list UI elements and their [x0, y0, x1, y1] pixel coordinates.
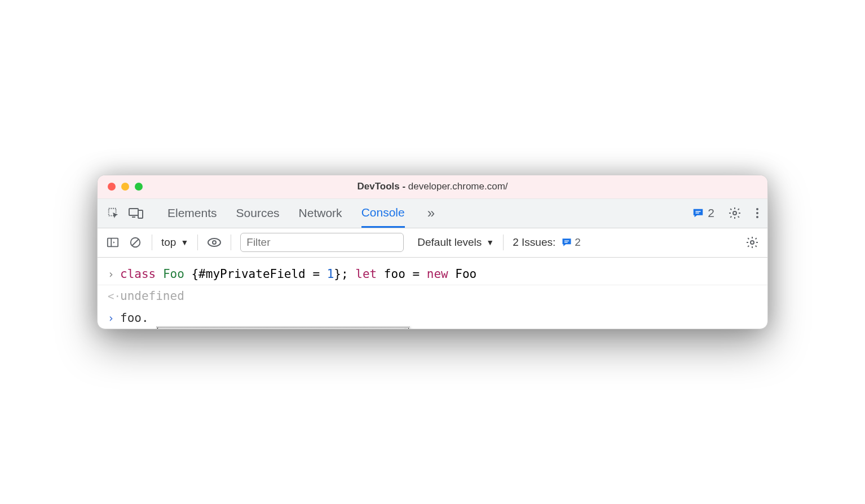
device-toggle-icon[interactable] — [128, 205, 144, 221]
tab-console[interactable]: Console — [361, 199, 405, 228]
svg-point-9 — [756, 216, 758, 218]
console-body: › class Foo {#myPrivateField = 1}; let f… — [98, 258, 767, 329]
svg-rect-16 — [564, 241, 569, 241]
output-marker-icon: <· — [108, 288, 120, 304]
separator — [503, 235, 504, 250]
context-label: top — [161, 236, 176, 249]
clear-console-icon[interactable] — [128, 235, 143, 250]
maximize-icon[interactable] — [135, 183, 143, 191]
messages-badge[interactable]: 2 — [692, 206, 714, 220]
svg-point-18 — [751, 241, 754, 244]
levels-selector[interactable]: Default levels ▼ — [417, 236, 494, 249]
svg-rect-5 — [696, 213, 699, 213]
issues-count: 2 — [575, 236, 581, 249]
input-marker-icon: › — [108, 266, 120, 282]
prompt-input[interactable]: foo. — [120, 310, 149, 326]
svg-rect-3 — [138, 210, 143, 218]
svg-line-13 — [133, 240, 139, 246]
close-icon[interactable] — [108, 183, 116, 191]
tab-network[interactable]: Network — [299, 199, 342, 228]
more-menu-icon[interactable] — [755, 206, 760, 220]
minimize-icon[interactable] — [121, 183, 129, 191]
svg-point-14 — [208, 238, 220, 246]
tab-sources[interactable]: Sources — [236, 199, 280, 228]
title-prefix: DevTools - — [357, 181, 408, 192]
more-tabs-icon[interactable]: » — [427, 205, 435, 221]
console-settings-icon[interactable] — [745, 235, 760, 250]
console-prompt-line[interactable]: › foo. #myPrivateField tab __defineGette… — [98, 307, 767, 329]
svg-point-15 — [213, 241, 216, 244]
sidebar-toggle-icon[interactable] — [105, 235, 120, 250]
caret-down-icon: ▼ — [180, 238, 188, 247]
console-filter-bar: top ▼ Default levels ▼ 2 Issues: 2 — [98, 228, 767, 258]
filter-input[interactable] — [240, 233, 404, 252]
console-output-line: <· undefined — [98, 285, 767, 307]
svg-rect-17 — [564, 242, 568, 243]
svg-point-6 — [733, 211, 736, 215]
svg-rect-1 — [129, 209, 138, 215]
panel-tabs: Elements Sources Network Console » — [167, 199, 435, 228]
autocomplete-popup: #myPrivateField tab __defineGetter__ __d… — [156, 326, 410, 329]
inspect-icon[interactable] — [105, 205, 121, 221]
traffic-lights — [108, 183, 143, 191]
toolbar-right: 2 — [692, 206, 760, 220]
levels-label: Default levels — [417, 236, 482, 249]
svg-point-8 — [756, 212, 758, 214]
console-input-line: › class Foo {#myPrivateField = 1}; let f… — [98, 263, 767, 285]
context-selector[interactable]: top ▼ — [161, 236, 188, 249]
title-url: developer.chrome.com/ — [408, 181, 508, 192]
settings-icon[interactable] — [728, 206, 742, 220]
svg-rect-10 — [108, 238, 118, 247]
svg-rect-4 — [696, 211, 701, 212]
issues-label: 2 Issues: — [513, 236, 555, 249]
caret-down-icon: ▼ — [486, 238, 494, 247]
undefined-result: undefined — [120, 288, 184, 304]
code-line: class Foo {#myPrivateField = 1}; let foo… — [120, 266, 476, 282]
prompt-marker-icon: › — [108, 310, 120, 326]
devtools-window: DevTools - developer.chrome.com/ Element… — [97, 175, 768, 329]
separator — [197, 235, 198, 250]
separator — [231, 235, 231, 250]
window-title: DevTools - developer.chrome.com/ — [98, 181, 767, 192]
separator — [152, 235, 152, 250]
svg-point-7 — [756, 208, 758, 210]
messages-count: 2 — [708, 206, 714, 220]
autocomplete-item[interactable]: #myPrivateField tab — [157, 327, 409, 329]
issues-indicator[interactable]: 2 Issues: 2 — [513, 236, 581, 249]
titlebar: DevTools - developer.chrome.com/ — [98, 175, 767, 199]
tab-elements[interactable]: Elements — [167, 199, 217, 228]
main-toolbar: Elements Sources Network Console » 2 — [98, 199, 767, 228]
live-expression-icon[interactable] — [207, 235, 222, 250]
